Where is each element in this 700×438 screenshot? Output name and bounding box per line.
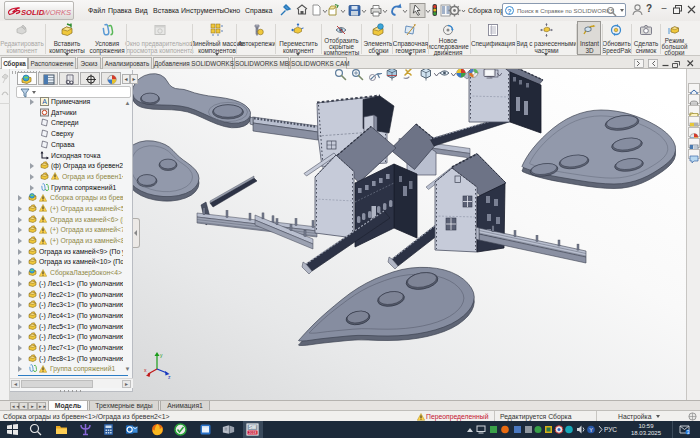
svg-text:Y: Y	[589, 427, 593, 433]
svg-text:WORKS: WORKS	[43, 8, 72, 17]
svg-text:SOLID: SOLID	[21, 8, 45, 17]
svg-text:A: A	[42, 98, 47, 105]
svg-text:2018: 2018	[249, 431, 257, 435]
svg-text:SW: SW	[249, 425, 257, 430]
